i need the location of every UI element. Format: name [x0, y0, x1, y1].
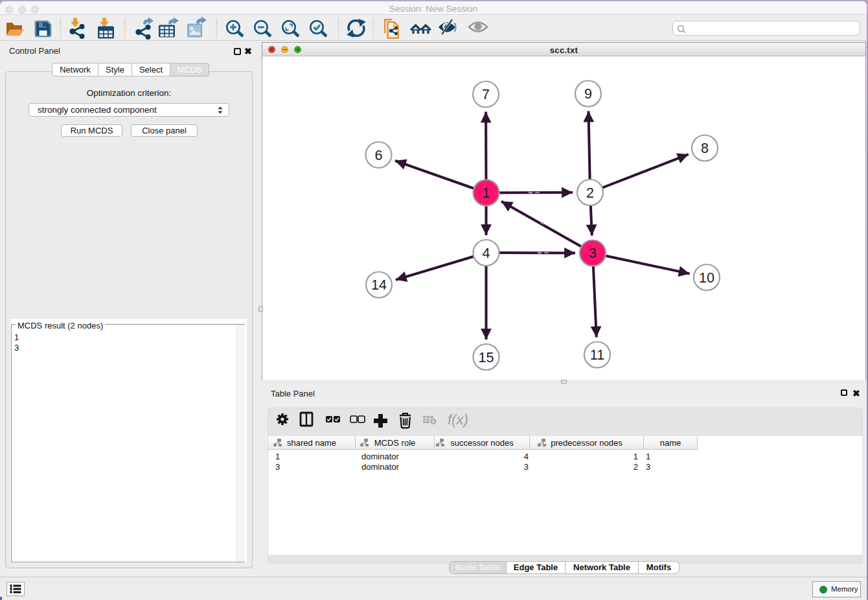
svg-text:2: 2 [586, 185, 594, 201]
svg-text:10: 10 [699, 270, 714, 286]
svg-text:14: 14 [371, 277, 387, 293]
svg-text:6: 6 [375, 148, 383, 163]
svg-text:9: 9 [584, 86, 592, 102]
svg-text:3: 3 [589, 246, 597, 261]
svg-text:f(x): f(x) [448, 411, 468, 428]
svg-text:15: 15 [479, 350, 494, 365]
svg-text:4: 4 [483, 246, 490, 261]
svg-text:7: 7 [482, 87, 490, 102]
svg-text:11: 11 [590, 347, 604, 363]
svg-text:8: 8 [701, 141, 709, 156]
svg-text:1: 1 [483, 185, 490, 201]
